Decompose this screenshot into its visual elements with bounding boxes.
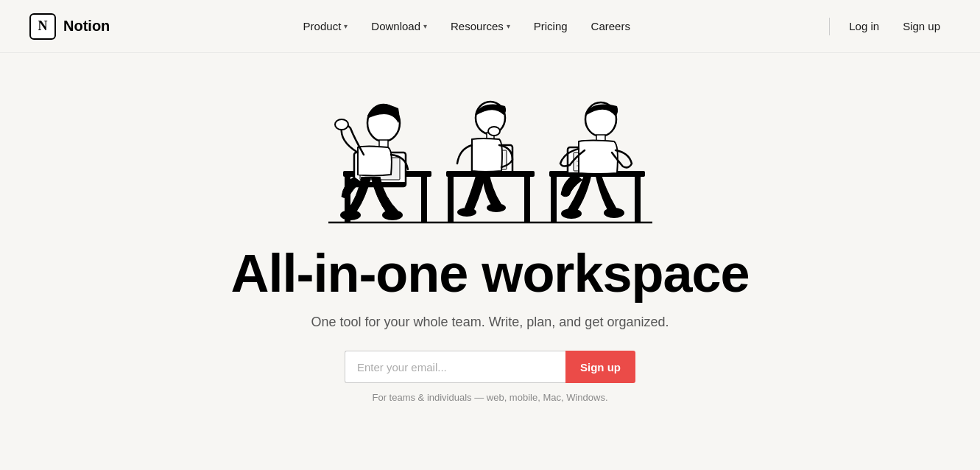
signup-button[interactable]: Sign up <box>565 351 635 383</box>
svg-rect-15 <box>524 177 530 222</box>
nav-item-careers[interactable]: Careers <box>581 14 641 38</box>
svg-point-12 <box>382 210 403 220</box>
svg-rect-26 <box>551 177 557 222</box>
nav-divider <box>829 18 830 35</box>
hero-subtitle: One tool for your whole team. Write, pla… <box>311 315 669 330</box>
svg-rect-3 <box>421 177 427 222</box>
hero-disclaimer: For teams & individuals — web, mobile, M… <box>372 392 607 403</box>
brand-name: Notion <box>63 18 110 35</box>
svg-point-23 <box>457 208 476 217</box>
svg-point-11 <box>340 210 361 220</box>
svg-point-24 <box>487 203 506 212</box>
svg-rect-14 <box>448 177 454 222</box>
chevron-down-icon: ▾ <box>423 22 427 30</box>
hero-illustration <box>284 68 697 237</box>
chevron-down-icon: ▾ <box>507 22 510 30</box>
email-input[interactable] <box>345 351 565 383</box>
brand-logo[interactable]: N Notion <box>29 13 110 40</box>
svg-point-22 <box>488 127 500 136</box>
nav-right: Log in Sign up <box>823 14 951 38</box>
hero-title: All-in-one workspace <box>230 245 749 303</box>
signup-link[interactable]: Sign up <box>892 14 951 38</box>
logo-icon: N <box>29 13 56 40</box>
nav-center-items: Product ▾ Download ▾ Resources ▾ Pricing… <box>293 14 641 38</box>
svg-point-37 <box>604 208 624 218</box>
nav-item-download[interactable]: Download ▾ <box>361 14 437 38</box>
nav-item-product[interactable]: Product ▾ <box>293 14 359 38</box>
chevron-down-icon: ▾ <box>344 22 348 30</box>
svg-rect-27 <box>635 177 641 222</box>
hero-section: All-in-one workspace One tool for your w… <box>0 53 980 403</box>
nav-item-pricing[interactable]: Pricing <box>524 14 578 38</box>
svg-point-36 <box>561 208 582 219</box>
nav-item-resources[interactable]: Resources ▾ <box>440 14 521 38</box>
navbar: N Notion Product ▾ Download ▾ Resources … <box>0 0 980 53</box>
login-link[interactable]: Log in <box>839 14 889 38</box>
svg-point-10 <box>335 119 348 130</box>
signup-form: Sign up <box>345 351 635 383</box>
